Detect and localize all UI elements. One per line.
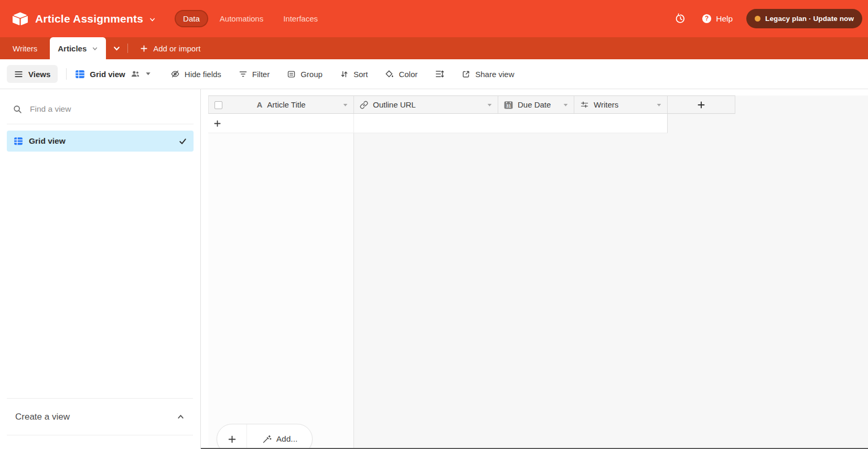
question-circle-icon: ? xyxy=(702,14,712,24)
magic-wand-icon xyxy=(262,434,272,444)
column-dropdown-icon[interactable] xyxy=(563,103,568,107)
svg-text:?: ? xyxy=(705,15,709,22)
plus-icon xyxy=(140,45,148,52)
check-icon xyxy=(179,137,187,145)
chevron-down-icon xyxy=(145,72,151,76)
view-search-input[interactable] xyxy=(29,104,194,114)
main-content: Grid view Create a view A Article Title xyxy=(0,89,868,449)
plus-icon xyxy=(697,101,705,109)
hamburger-icon xyxy=(14,70,23,79)
grid-header-row: A Article Title Outline URL xyxy=(208,95,735,114)
topbar-nav: Data Automations Interfaces xyxy=(175,10,326,27)
group-button[interactable]: Group xyxy=(287,70,323,79)
base-chevron-down-icon[interactable] xyxy=(149,16,156,23)
color-button[interactable]: Color xyxy=(385,70,417,79)
base-title[interactable]: Article Assignments xyxy=(35,13,143,25)
tables-dropdown-button[interactable] xyxy=(113,37,121,59)
airtable-logo-icon[interactable] xyxy=(13,12,28,25)
table-tab-label: Articles xyxy=(58,44,87,53)
table-tab-articles[interactable]: Articles xyxy=(50,37,106,59)
table-tab-writers[interactable]: Writers xyxy=(0,37,50,59)
chevron-up-icon xyxy=(177,413,185,421)
column-header-writers[interactable]: Writers xyxy=(574,95,668,114)
create-view-toggle[interactable]: Create a view xyxy=(7,398,193,435)
nav-tab-interfaces[interactable]: Interfaces xyxy=(275,10,326,27)
view-search xyxy=(7,101,194,117)
hide-fields-button[interactable]: Hide fields xyxy=(170,69,221,79)
eye-slash-icon xyxy=(170,69,180,79)
multiselect-field-icon xyxy=(580,100,589,109)
column-label: Outline URL xyxy=(373,100,416,109)
share-view-button[interactable]: Share view xyxy=(462,70,514,79)
sort-label: Sort xyxy=(353,70,368,79)
column-header-article-title[interactable]: A Article Title xyxy=(208,95,354,114)
help-button[interactable]: ? Help xyxy=(702,14,733,24)
funnel-icon xyxy=(239,70,248,79)
add-row-button[interactable] xyxy=(208,114,668,133)
table-tabs-bar: Writers Articles Add or import xyxy=(0,37,868,59)
paint-bucket-icon xyxy=(385,70,394,79)
add-record-plus-button[interactable] xyxy=(217,424,247,449)
column-header-due-date[interactable]: 31 Due Date xyxy=(498,95,574,114)
current-view-name: Grid view xyxy=(90,70,125,79)
sort-icon xyxy=(340,70,349,79)
collaborators-icon xyxy=(130,69,141,79)
chevron-down-icon xyxy=(113,45,121,52)
group-label: Group xyxy=(301,70,323,79)
nav-tab-data[interactable]: Data xyxy=(175,10,208,27)
grid-area: A Article Title Outline URL xyxy=(201,89,868,449)
filter-button[interactable]: Filter xyxy=(239,70,270,79)
primary-column-strip xyxy=(208,133,354,449)
views-label: Views xyxy=(28,70,50,79)
column-label: Due Date xyxy=(518,100,551,109)
plus-icon xyxy=(213,120,221,127)
views-sidebar: Grid view Create a view xyxy=(0,89,201,449)
sidebar-view-item-grid-view[interactable]: Grid view xyxy=(7,131,194,152)
add-or-import-button[interactable]: Add or import xyxy=(136,37,205,59)
add-column-button[interactable] xyxy=(668,95,735,114)
column-dropdown-icon[interactable] xyxy=(487,103,492,107)
column-header-outline-url[interactable]: Outline URL xyxy=(354,95,498,114)
plan-badge[interactable]: Legacy plan · Update now xyxy=(746,9,862,28)
view-toolbar: Views Grid view Hide fields Filter Group xyxy=(0,59,868,89)
filter-label: Filter xyxy=(252,70,270,79)
column-label: Article Title xyxy=(267,100,305,109)
history-icon[interactable] xyxy=(675,13,686,24)
nav-tab-automations[interactable]: Automations xyxy=(211,10,272,27)
date-field-icon: 31 xyxy=(504,101,513,109)
select-all-checkbox[interactable] xyxy=(215,101,222,109)
add-row-cell xyxy=(208,114,354,133)
hide-fields-label: Hide fields xyxy=(185,70,221,79)
color-label: Color xyxy=(399,70,417,79)
add-record-pill: Add... xyxy=(217,424,313,449)
column-dropdown-icon[interactable] xyxy=(657,103,661,107)
sort-button[interactable]: Sort xyxy=(340,70,368,79)
toolbar-divider xyxy=(66,68,67,80)
grid-top-strip xyxy=(201,89,868,95)
column-dropdown-icon[interactable] xyxy=(343,103,348,107)
url-field-icon xyxy=(360,101,368,109)
text-field-icon: A xyxy=(256,100,262,109)
share-icon xyxy=(462,70,470,79)
views-button[interactable]: Views xyxy=(7,65,58,83)
topbar: Article Assignments Data Automations Int… xyxy=(0,0,868,37)
add-record-label: Add... xyxy=(276,434,298,444)
row-height-button[interactable] xyxy=(435,69,444,79)
view-switcher[interactable]: Grid view xyxy=(75,69,151,79)
search-icon xyxy=(13,105,22,114)
plus-icon xyxy=(228,435,237,444)
table-menu-chevron-icon[interactable] xyxy=(92,46,98,52)
grid-view-icon xyxy=(14,136,23,146)
add-record-expanded-button[interactable]: Add... xyxy=(247,424,312,449)
share-view-label: Share view xyxy=(475,70,514,79)
grid-left-gutter xyxy=(201,89,208,449)
plan-dot-icon xyxy=(755,16,760,22)
group-icon xyxy=(287,70,296,79)
svg-text:31: 31 xyxy=(506,103,511,109)
row-height-icon xyxy=(435,69,444,79)
column-label: Writers xyxy=(594,100,618,109)
create-view-label: Create a view xyxy=(15,412,70,422)
add-row-cell-rest xyxy=(354,114,667,133)
topbar-right: ? Help Legacy plan · Update now xyxy=(675,9,862,28)
help-label: Help xyxy=(716,14,733,24)
